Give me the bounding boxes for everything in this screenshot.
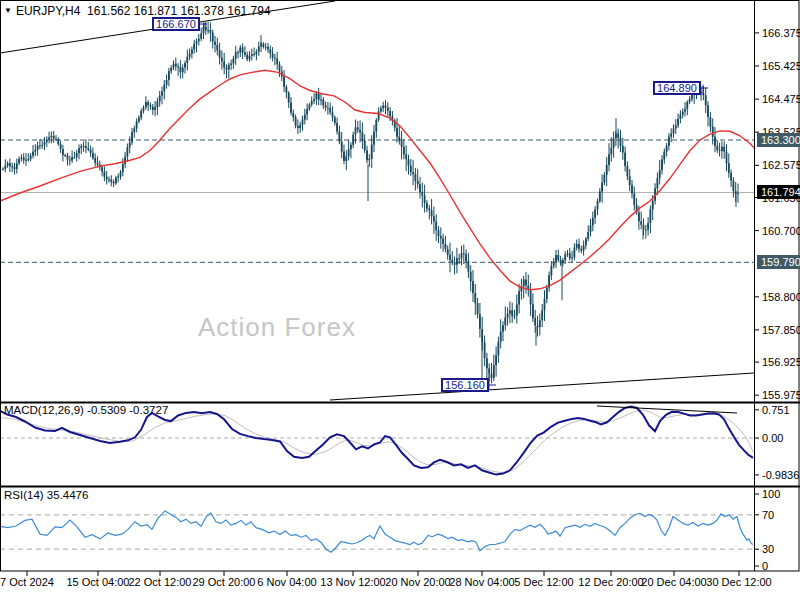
time-axis-label: 7 Oct 2024 [0,576,54,588]
time-axis-label: 15 Oct 04:00 [67,576,130,588]
rsi-indicator-label: RSI(14) 35.4476 [4,489,88,501]
price-annotation-low[interactable]: 156.160 [441,378,489,392]
axis-level-box-resistance[interactable]: 163.300 [757,133,800,147]
time-axis-label: 13 Nov 12:00 [320,576,385,588]
price-axis[interactable] [755,0,800,571]
time-axis-label: 12 Dec 20:00 [578,576,643,588]
time-axis-label: 20 Dec 04:00 [641,576,706,588]
symbol-period-label: EURJPY,H4 [16,4,80,18]
time-axis[interactable]: 7 Oct 202415 Oct 04:0022 Oct 12:0029 Oct… [0,572,800,600]
candles [2,22,739,389]
chart-title: ▼EURJPY,H4 161.562 161.871 161.378 161.7… [4,4,271,18]
time-axis-label: 6 Nov 04:00 [257,576,316,588]
rsi-line [0,511,753,552]
macd-signal-line [0,410,753,473]
time-axis-label: 30 Dec 12:00 [706,576,771,588]
chart-window: 166.375165.425164.475163.525162.575161.6… [0,0,800,600]
time-axis-label: 5 Dec 12:00 [514,576,573,588]
time-axis-label: 28 Nov 04:00 [449,576,514,588]
time-axis-label: 29 Oct 20:00 [193,576,256,588]
ohlc-readout: 161.562 161.871 161.378 161.794 [87,4,271,18]
price-annotation-peak2[interactable]: 164.890 [653,81,701,95]
time-axis-label: 20 Nov 20:00 [385,576,450,588]
trendline-lower[interactable] [330,373,754,400]
chart-dropdown-icon: ▼ [4,6,12,15]
macd-indicator-label: MACD(12,26,9) -0.5309 -0.3727 [4,404,168,416]
axis-level-box-support[interactable]: 159.790 [757,255,800,269]
price-annotation-high[interactable]: 166.670 [152,17,200,31]
axis-current-price-box: 161.794 [757,185,800,199]
time-axis-label: 22 Oct 12:00 [129,576,192,588]
